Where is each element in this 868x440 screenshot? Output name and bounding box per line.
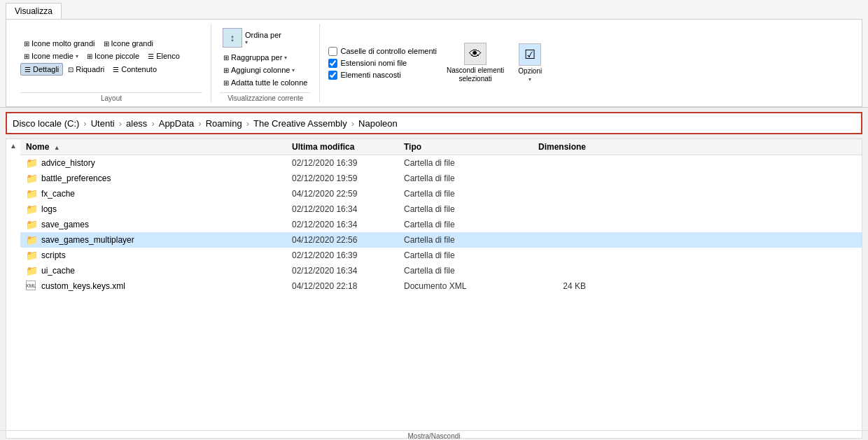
table-row[interactable]: 📁 save_games_multiplayer 04/12/2020 22:5… [20, 232, 862, 248]
file-name: battle_preferences [41, 173, 111, 183]
adatta-colonne-icon: ⊞ [223, 79, 229, 87]
file-pane: ▲ Nome ▲ Ultima modifica Tipo Dimensione… [6, 139, 862, 439]
vis-corrente-buttons: ↕ Ordina per ▾ ⊞ Raggruppa per ▾ ⊞ Aggiu… [220, 24, 311, 90]
raggruppa-icon: ⊞ [223, 54, 229, 62]
file-date: 04/12/2020 22:56 [292, 235, 404, 245]
scroll-up-arrow[interactable]: ▲ [6, 139, 20, 438]
btn-nascondi-elementi-selezionati[interactable]: 👁 Nascondi elementiselezionati [442, 40, 508, 86]
file-name: scripts [41, 250, 66, 260]
btn-icone-piccole[interactable]: ⊞ Icone piccole [83, 50, 143, 62]
file-type: Cartella di file [404, 266, 516, 276]
checkbox-estensioni[interactable] [328, 59, 337, 68]
ribbon-tab-bar: Visualizza [6, 3, 862, 19]
col-header-nome[interactable]: Nome ▲ [26, 142, 292, 152]
col-header-date[interactable]: Ultima modifica [292, 142, 404, 152]
table-row[interactable]: 📁 scripts 02/12/2020 16:39 Cartella di f… [20, 248, 862, 263]
file-name: custom_keys.keys.xml [41, 281, 125, 291]
btn-ordina-per[interactable]: ↕ Ordina per ▾ [220, 25, 284, 50]
btn-dettagli[interactable]: ☰ Dettagli [20, 63, 63, 76]
breadcrumb-part-4[interactable]: Roaming [206, 118, 242, 129]
file-date: 02/12/2020 16:39 [292, 250, 404, 260]
table-row[interactable]: 📁 logs 02/12/2020 16:34 Cartella di file [20, 201, 862, 217]
check-elementi-nascosti[interactable]: Elementi nascosti [328, 71, 437, 80]
ordina-dropdown-arrow: ▾ [245, 39, 281, 45]
btn-opzioni[interactable]: ☑ Opzioni ▾ [514, 41, 546, 85]
folder-icon: 📁 [26, 250, 37, 261]
file-date: 02/12/2020 16:39 [292, 158, 404, 168]
table-row[interactable]: 📁 save_games 02/12/2020 16:34 Cartella d… [20, 217, 862, 232]
checkbox-caselle[interactable] [328, 47, 337, 56]
mostra-nascondi-title: Mostra/Nascondi [0, 430, 868, 440]
breadcrumb-sep-3: › [198, 118, 201, 129]
breadcrumb-sep-0: › [83, 118, 86, 129]
breadcrumb: Disco locale (C:) › Utenti › aless › App… [6, 112, 862, 134]
file-name: fx_cache [41, 189, 75, 199]
breadcrumb-part-6[interactable]: Napoleon [358, 118, 398, 129]
btn-icone-medie[interactable]: ⊞ Icone medie ▾ [20, 50, 82, 62]
sort-arrow-nome: ▲ [54, 144, 60, 151]
file-list-header: Nome ▲ Ultima modifica Tipo Dimensione [20, 139, 862, 155]
btn-riquadri[interactable]: ⊡ Riquadri [64, 63, 108, 76]
breadcrumb-sep-5: › [351, 118, 354, 129]
folder-icon: 📁 [26, 173, 37, 184]
table-row[interactable]: 📁 ui_cache 02/12/2020 16:34 Cartella di … [20, 263, 862, 278]
tab-visualizza[interactable]: Visualizza [6, 3, 62, 19]
table-row[interactable]: XML custom_keys.keys.xml 04/12/2020 22:1… [20, 278, 862, 294]
breadcrumb-part-3[interactable]: AppData [159, 118, 195, 129]
aggiungi-colonne-arrow: ▾ [292, 67, 295, 73]
folder-icon: 📁 [26, 188, 37, 199]
col-header-size[interactable]: Dimensione [516, 142, 586, 152]
file-size: 24 KB [516, 281, 586, 291]
file-date: 02/12/2020 16:34 [292, 204, 404, 214]
file-date: 02/12/2020 16:34 [292, 266, 404, 276]
dettagli-icon: ☰ [24, 66, 31, 73]
vis-corrente-group-title: Visualizzazione corrente [220, 92, 311, 102]
table-row[interactable]: 📁 battle_preferences 02/12/2020 19:59 Ca… [20, 171, 862, 186]
btn-icone-molto-grandi[interactable]: ⊞ Icone molto grandi [20, 38, 99, 49]
breadcrumb-part-5[interactable]: The Creative Assembly [253, 118, 347, 129]
file-type: Cartella di file [404, 204, 516, 214]
check-caselle[interactable]: Caselle di controllo elementi [328, 47, 437, 56]
file-name: save_games [41, 220, 89, 229]
breadcrumb-sep-1: › [119, 118, 122, 129]
btn-adatta-colonne[interactable]: ⊞ Adatta tutte le colonne [220, 77, 311, 88]
file-date: 04/12/2020 22:18 [292, 281, 404, 291]
table-row[interactable]: 📁 fx_cache 04/12/2020 22:59 Cartella di … [20, 186, 862, 201]
layout-buttons: ⊞ Icone molto grandi ⊞ Icone grandi ⊞ Ic… [20, 24, 202, 90]
icone-grandi-icon: ⊞ [104, 40, 109, 48]
btn-aggiungi-colonne[interactable]: ⊞ Aggiungi colonne ▾ [220, 64, 298, 76]
table-row[interactable]: 📁 advice_history 02/12/2020 16:39 Cartel… [20, 155, 862, 171]
btn-contenuto[interactable]: ☰ Contenuto [109, 63, 160, 76]
xml-icon: XML [26, 281, 37, 292]
file-name: advice_history [41, 158, 95, 168]
btn-elenco[interactable]: ☰ Elenco [144, 50, 183, 62]
ribbon-group-layout: ⊞ Icone molto grandi ⊞ Icone grandi ⊞ Ic… [12, 24, 211, 102]
col-header-type[interactable]: Tipo [404, 142, 516, 152]
icone-molto-grandi-icon: ⊞ [24, 40, 29, 48]
nascondi-icon: 👁 [464, 43, 486, 65]
elenco-icon: ☰ [148, 52, 154, 60]
btn-icone-grandi[interactable]: ⊞ Icone grandi [100, 38, 158, 49]
breadcrumb-part-1[interactable]: Utenti [91, 118, 115, 129]
file-type: Documento XML [404, 281, 516, 291]
icone-piccole-icon: ⊞ [87, 52, 92, 60]
file-type: Cartella di file [404, 173, 516, 183]
dropdown-arrow-icone-medie: ▾ [76, 53, 78, 59]
file-type: Cartella di file [404, 250, 516, 260]
breadcrumb-part-2[interactable]: aless [126, 118, 147, 129]
layout-group-title: Layout [20, 92, 202, 102]
ribbon-content: ⊞ Icone molto grandi ⊞ Icone grandi ⊞ Ic… [6, 19, 862, 107]
ordina-icon: ↕ [223, 28, 242, 48]
breadcrumb-part-0[interactable]: Disco locale (C:) [13, 118, 79, 129]
breadcrumb-sep-2: › [151, 118, 154, 129]
checkbox-elementi-nascosti[interactable] [328, 71, 337, 80]
file-name: ui_cache [41, 266, 75, 276]
riquadri-icon: ⊡ [68, 66, 74, 73]
contenuto-icon: ☰ [113, 66, 119, 73]
file-name: logs [41, 204, 57, 214]
opzioni-icon: ☑ [519, 43, 541, 66]
nascondi-opzioni-area: 👁 Nascondi elementiselezionati ☑ Opzioni… [442, 24, 546, 102]
btn-raggruppa-per[interactable]: ⊞ Raggruppa per ▾ [220, 52, 290, 63]
check-estensioni[interactable]: Estensioni nomi file [328, 59, 437, 68]
folder-icon: 📁 [26, 204, 37, 215]
